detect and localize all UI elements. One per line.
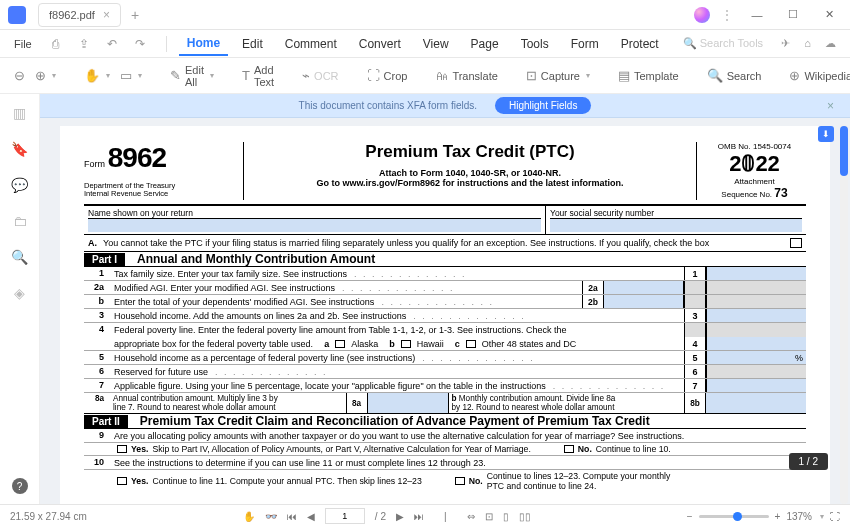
zoom-in-button[interactable]: ⊕▾ xyxy=(35,68,56,83)
omb-number: OMB No. 1545-0074 xyxy=(703,142,806,151)
tab-protect[interactable]: Protect xyxy=(613,33,667,55)
undo-icon[interactable]: ↶ xyxy=(104,36,120,52)
thumbnails-icon[interactable]: ▥ xyxy=(11,104,29,122)
search-tools-input[interactable]: 🔍 Search Tools xyxy=(683,37,763,50)
name-field[interactable]: Name shown on your return xyxy=(84,206,546,234)
other48-checkbox[interactable] xyxy=(466,340,476,348)
maximize-button[interactable]: ☐ xyxy=(780,5,806,25)
download-badge-icon[interactable]: ⬇ xyxy=(818,126,834,142)
tab-tools[interactable]: Tools xyxy=(513,33,557,55)
zoom-out-icon[interactable]: − xyxy=(687,511,693,522)
crop-button[interactable]: ⛶Crop xyxy=(367,68,408,83)
ocr-button[interactable]: ⌁OCR xyxy=(302,68,338,83)
select-tool-button[interactable]: ▭▾ xyxy=(120,68,142,83)
xfa-close-icon[interactable]: × xyxy=(827,99,834,113)
line4-field[interactable] xyxy=(706,337,806,350)
search-panel-icon[interactable]: 🔍 xyxy=(11,248,29,266)
part-ii-title: Premium Tax Credit Claim and Reconciliat… xyxy=(140,414,650,428)
line2a-field[interactable] xyxy=(604,281,684,294)
tab-view[interactable]: View xyxy=(415,33,457,55)
hawaii-checkbox[interactable] xyxy=(401,340,411,348)
capture-button[interactable]: ⊡Capture▾ xyxy=(526,68,590,83)
line10-no-checkbox[interactable] xyxy=(455,477,465,485)
exception-checkbox[interactable] xyxy=(790,238,802,248)
send-icon[interactable]: ✈ xyxy=(781,37,790,50)
line1-field[interactable] xyxy=(706,267,806,280)
line10-yes-checkbox[interactable] xyxy=(117,477,127,485)
bookmarks-icon[interactable]: 🔖 xyxy=(11,140,29,158)
vertical-scrollbar[interactable] xyxy=(840,124,848,504)
part-ii-tag: Part II xyxy=(84,415,128,428)
tab-convert[interactable]: Convert xyxy=(351,33,409,55)
page-number-input[interactable] xyxy=(325,508,365,524)
close-tab-icon[interactable]: × xyxy=(103,8,110,22)
add-text-button[interactable]: TAdd Text xyxy=(242,64,274,88)
line2b-field[interactable] xyxy=(604,295,684,308)
single-page-icon[interactable]: ▯ xyxy=(503,511,509,522)
pdf-page: Form 8962 Department of the Treasury Int… xyxy=(60,126,830,504)
template-button[interactable]: ▤Template xyxy=(618,68,679,83)
line8b-field[interactable] xyxy=(706,393,806,413)
form-title: Premium Tax Credit (PTC) xyxy=(254,142,686,162)
ssn-field[interactable]: Your social security number xyxy=(546,206,806,234)
alaska-checkbox[interactable] xyxy=(335,340,345,348)
form-goto: Go to www.irs.gov/Form8962 for instructi… xyxy=(254,178,686,188)
row-a: A. You cannot take the PTC if your filin… xyxy=(84,235,806,252)
line7-field[interactable] xyxy=(706,379,806,392)
zoom-value: 137% xyxy=(786,511,812,522)
zoom-menu-icon[interactable]: ▾ xyxy=(820,512,824,521)
two-page-icon[interactable]: ▯▯ xyxy=(519,511,531,522)
fullscreen-icon[interactable]: ⛶ xyxy=(830,511,840,522)
more-menu-icon[interactable]: ⋮ xyxy=(720,7,734,23)
line8a-field[interactable] xyxy=(368,393,448,413)
translate-button[interactable]: 🗛Translate xyxy=(435,68,497,83)
zoom-out-button[interactable]: ⊖ xyxy=(14,68,25,83)
file-menu[interactable]: File xyxy=(14,38,32,50)
help-icon[interactable]: ? xyxy=(12,478,28,494)
tab-form[interactable]: Form xyxy=(563,33,607,55)
tab-home[interactable]: Home xyxy=(179,32,228,56)
left-sidebar: ▥ 🔖 💬 🗀 🔍 ◈ ? xyxy=(0,94,40,504)
next-page-icon[interactable]: ▶ xyxy=(396,511,404,522)
hand-tool-button[interactable]: ✋▾ xyxy=(84,68,110,83)
document-tab[interactable]: f8962.pdf × xyxy=(38,3,121,27)
ai-orb-icon[interactable] xyxy=(694,7,710,23)
fit-width-icon[interactable]: ⇔ xyxy=(467,511,475,522)
minimize-button[interactable]: — xyxy=(744,5,770,25)
line6-field xyxy=(706,365,806,378)
xfa-notice-bar: This document contains XFA form fields. … xyxy=(40,94,850,118)
tab-page[interactable]: Page xyxy=(463,33,507,55)
hand-mode-icon[interactable]: ✋ xyxy=(243,511,255,522)
tab-edit[interactable]: Edit xyxy=(234,33,271,55)
close-window-button[interactable]: ✕ xyxy=(816,5,842,25)
new-tab-button[interactable]: + xyxy=(131,7,139,23)
wikipedia-button[interactable]: ⊕Wikipedia xyxy=(789,68,850,83)
layers-icon[interactable]: ◈ xyxy=(11,284,29,302)
line9-yes-checkbox[interactable] xyxy=(117,445,127,453)
share-icon[interactable]: ⇪ xyxy=(76,36,92,52)
first-page-icon[interactable]: ⏮ xyxy=(287,511,297,522)
line9-no-checkbox[interactable] xyxy=(564,445,574,453)
tab-comment[interactable]: Comment xyxy=(277,33,345,55)
highlight-fields-button[interactable]: Highlight Fields xyxy=(495,97,591,114)
line3-field[interactable] xyxy=(706,309,806,322)
search-button[interactable]: 🔍Search xyxy=(707,68,762,83)
tax-year: 2𝟘22 xyxy=(703,151,806,177)
attachments-icon[interactable]: 🗀 xyxy=(11,212,29,230)
line5-field[interactable]: % xyxy=(706,351,806,364)
cloud-icon[interactable]: ☁ xyxy=(825,37,836,50)
prev-page-icon[interactable]: ◀ xyxy=(307,511,315,522)
app-icon xyxy=(8,6,26,24)
redo-icon[interactable]: ↷ xyxy=(132,36,148,52)
comments-icon[interactable]: 💬 xyxy=(11,176,29,194)
zoom-in-icon[interactable]: + xyxy=(775,511,781,522)
form-label: Form xyxy=(84,159,105,169)
last-page-icon[interactable]: ⏭ xyxy=(414,511,424,522)
edit-all-button[interactable]: ✎Edit All▾ xyxy=(170,64,214,88)
print-icon[interactable]: ⎙ xyxy=(48,36,64,52)
home-icon[interactable]: ⌂ xyxy=(804,37,811,50)
scroll-thumb[interactable] xyxy=(840,126,848,176)
zoom-slider[interactable] xyxy=(699,515,769,518)
read-mode-icon[interactable]: 👓 xyxy=(265,511,277,522)
fit-page-icon[interactable]: ⊡ xyxy=(485,511,493,522)
